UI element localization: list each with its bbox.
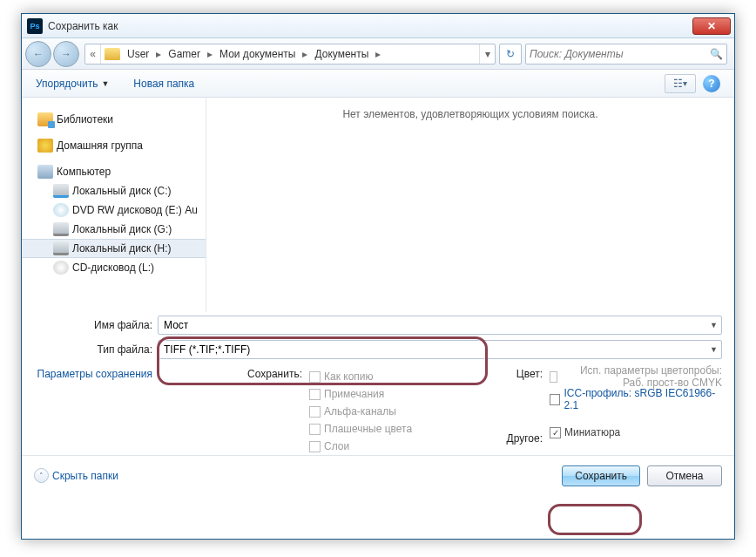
search-icon[interactable]: 🔍 [710, 48, 723, 60]
checkbox-icon: ✓ [550, 427, 561, 438]
breadcrumb[interactable]: « User▸ Gamer▸ Мои документы▸ Документы▸… [84, 44, 496, 65]
chevron-down-icon[interactable]: ▼ [101, 79, 109, 88]
empty-message: Нет элементов, удовлетворяющих условиям … [342, 108, 597, 120]
checkbox-layers: Слои [309, 438, 457, 455]
sidebar-item-label: Локальный диск (C:) [72, 185, 172, 197]
checkbox-icc-profile[interactable]: ICC-профиль: sRGB IEC61966-2.1 [550, 391, 722, 408]
close-button[interactable]: ✕ [692, 17, 731, 35]
checkbox-label: Плашечные цвета [324, 423, 412, 435]
drive-icon [53, 241, 69, 255]
filename-input[interactable] [164, 319, 716, 331]
sidebar-item-label: Локальный диск (G:) [72, 223, 172, 235]
filename-row: Имя файла: ▼ [22, 314, 734, 336]
checkbox-icon [550, 371, 557, 383]
checkbox-icon [309, 389, 321, 400]
view-options-button[interactable]: ☷ ▾ [665, 74, 696, 93]
breadcrumb-seg-docs[interactable]: Документы [311, 48, 372, 60]
breadcrumb-seg-user[interactable]: User [124, 48, 152, 60]
checkbox-icon [309, 424, 321, 435]
cancel-button[interactable]: Отмена [647, 465, 722, 486]
sidebar-homegroup[interactable]: Домашняя группа [22, 136, 206, 155]
hide-folders-label: Скрыть папки [52, 470, 118, 482]
sidebar: Библиотеки Домашняя группа Компьютер Лок… [22, 98, 206, 312]
save-params-link[interactable]: Параметры сохранения [34, 368, 158, 380]
checkbox-spot: Плашечные цвета [309, 420, 457, 438]
annotation-highlight [548, 504, 642, 535]
refresh-button[interactable]: ↻ [499, 44, 522, 65]
checkbox-label: ICC-профиль: sRGB IEC61966-2.1 [564, 387, 722, 411]
close-icon: ✕ [707, 20, 716, 32]
checkbox-label: Примечания [324, 388, 384, 400]
refresh-icon: ↻ [506, 48, 515, 60]
filename-combo[interactable]: ▼ [158, 316, 722, 335]
drive-icon [53, 184, 69, 198]
checkbox-icon [309, 371, 321, 383]
checkbox-label: Миниатюра [564, 426, 620, 438]
checkbox-icon [309, 406, 321, 418]
breadcrumb-dropdown-button[interactable]: ▾ [479, 44, 495, 64]
color-options-header: Цвет: [516, 368, 543, 380]
toolbar: Упорядочить ▼ Новая папка ☷ ▾ ? [22, 70, 734, 98]
checkbox-notes: Примечания [309, 385, 457, 403]
checkbox-label: Слои [324, 440, 349, 452]
organize-menu[interactable]: Упорядочить [36, 78, 98, 90]
checkbox-as-copy: Как копию [309, 368, 457, 385]
help-icon: ? [708, 78, 714, 90]
chevron-right-icon[interactable]: ▸ [299, 48, 311, 60]
cd-icon [53, 261, 69, 275]
titlebar: Ps Сохранить как ✕ [22, 14, 734, 38]
app-icon: Ps [27, 18, 43, 34]
sidebar-drive-h[interactable]: Локальный диск (H:) [22, 239, 206, 258]
folder-icon [105, 48, 120, 60]
filetype-combo[interactable]: ▼ [158, 340, 722, 359]
chevron-down-icon[interactable]: ▼ [710, 321, 718, 329]
checkbox-label: Альфа-каналы [324, 405, 396, 418]
other-options-header: Другое: [507, 432, 543, 445]
sidebar-drive-c[interactable]: Локальный диск (C:) [22, 181, 206, 200]
search-box[interactable]: 🔍 [525, 44, 727, 65]
checkbox-label: Как копию [324, 370, 374, 383]
breadcrumb-seg-gamer[interactable]: Gamer [165, 48, 204, 60]
arrow-right-icon: → [61, 48, 71, 60]
filetype-value[interactable] [164, 343, 716, 356]
checkbox-proof: Исп. параметры цветопробы: Раб. прост-во… [550, 368, 722, 385]
breadcrumb-seg-mydocs[interactable]: Мои документы [216, 48, 299, 60]
chevron-right-icon[interactable]: ▸ [152, 48, 165, 60]
checkbox-alpha: Альфа-каналы [309, 403, 457, 420]
sidebar-computer[interactable]: Компьютер [22, 162, 206, 181]
libraries-icon [37, 112, 53, 126]
sidebar-item-label: DVD RW дисковод (E:) Au [72, 204, 198, 216]
sidebar-drive-g[interactable]: Локальный диск (G:) [22, 220, 206, 239]
sidebar-item-label: CD-дисковод (L:) [72, 262, 154, 274]
breadcrumb-history-icon[interactable]: « [85, 44, 101, 64]
save-button[interactable]: Сохранить [562, 465, 640, 486]
sidebar-item-label: Библиотеки [57, 113, 113, 126]
sidebar-item-label: Домашняя группа [57, 139, 143, 152]
chevron-down-icon[interactable]: ▼ [710, 345, 718, 354]
help-button[interactable]: ? [703, 75, 720, 92]
sidebar-drive-cd[interactable]: CD-дисковод (L:) [22, 258, 206, 277]
sidebar-libraries[interactable]: Библиотеки [22, 110, 206, 129]
checkbox-icon [550, 394, 560, 405]
computer-icon [37, 165, 53, 179]
sidebar-drive-dvd[interactable]: DVD RW дисковод (E:) Au [22, 200, 206, 220]
chevron-right-icon[interactable]: ▸ [204, 48, 216, 60]
filetype-row: Тип файла: ▼ [22, 338, 734, 361]
search-input[interactable] [530, 48, 710, 60]
file-list-area: Нет элементов, удовлетворяющих условиям … [206, 98, 734, 312]
window-title: Сохранить как [48, 20, 692, 32]
sidebar-item-label: Компьютер [57, 166, 111, 178]
nav-forward-button[interactable]: → [53, 41, 79, 67]
chevron-right-icon[interactable]: ▸ [372, 48, 384, 60]
drive-icon [53, 222, 69, 236]
hide-folders-toggle[interactable]: ˄ Скрыть папки [34, 468, 118, 483]
view-icon: ☷ [673, 78, 683, 90]
nav-back-button[interactable]: ← [25, 41, 51, 67]
save-options-panel: Параметры сохранения Сохранить: Как копи… [22, 361, 734, 455]
checkbox-thumbnail[interactable]: ✓Миниатюра [550, 424, 722, 441]
new-folder-button[interactable]: Новая папка [133, 78, 194, 90]
dvd-icon [53, 203, 69, 217]
dialog-footer: ˄ Скрыть папки Сохранить Отмена [22, 455, 734, 495]
save-options-header: Сохранить: [247, 368, 302, 380]
chevron-up-icon: ˄ [34, 468, 49, 483]
